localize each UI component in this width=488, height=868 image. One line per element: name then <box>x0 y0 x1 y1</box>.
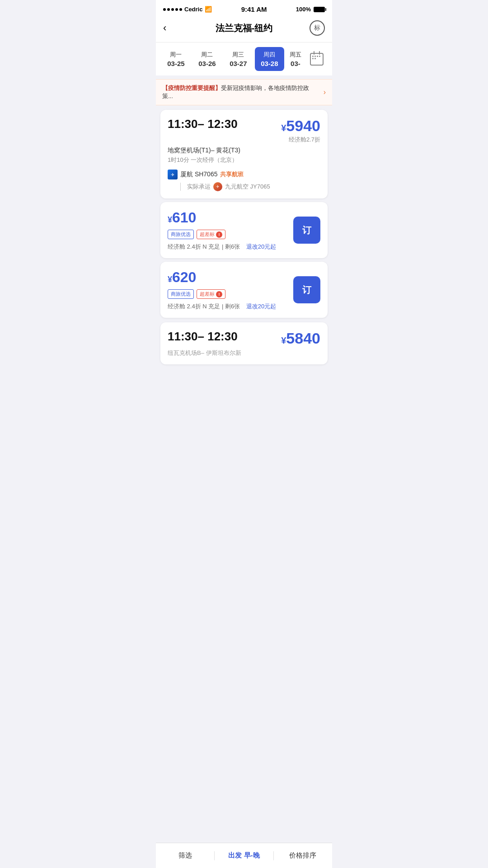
ticket-price-symbol-1: ¥ <box>168 215 172 224</box>
weekday-label: 周二 <box>194 51 220 59</box>
refund-link-2[interactable]: 退改20元起 <box>246 303 276 310</box>
date-label: 03- <box>288 60 303 67</box>
wifi-icon: 📶 <box>205 6 212 13</box>
airline-logo: ✈ <box>168 170 178 179</box>
carrier-name: Cedric <box>184 6 202 13</box>
flight-header-2: 11:30– 12:30 ¥5840 <box>168 330 320 347</box>
ticket-left-1: ¥610 商旅优选 超差标 ! 经济舱 2.4折 N 充足 | 剩6张 退改20… <box>168 209 288 251</box>
sub-airline-logo-icon: ✈ <box>216 184 220 189</box>
bottom-bar: 筛选 出发 早-晚 价格排序 <box>156 843 332 868</box>
flight-airline: ✈ 厦航 SH7065 共享航班 <box>168 170 320 179</box>
signal-bars <box>163 8 182 11</box>
tag-over-budget-1: 超差标 ! <box>197 230 225 239</box>
weekday-label: 周一 <box>163 51 189 59</box>
sub-line <box>180 183 181 191</box>
weekday-label: 周三 <box>225 51 251 59</box>
date-tab-friday[interactable]: 周五 03- <box>286 47 305 71</box>
calendar-icon <box>310 53 324 66</box>
date-label: 03-28 <box>257 60 282 67</box>
calendar-button[interactable] <box>307 49 327 69</box>
ticket-price-1: 610 <box>172 209 196 226</box>
warning-icon-2: ! <box>216 291 222 297</box>
tag-over-budget-2: 超差标 ! <box>197 289 225 299</box>
flight-time: 11:30– 12:30 <box>168 117 238 131</box>
warning-icon-1: ! <box>216 231 222 238</box>
battery-percentage: 100% <box>296 6 311 13</box>
sub-label: 实际承运 <box>187 183 211 191</box>
ticket-left-2: ¥620 商旅优选 超差标 ! 经济舱 2.4折 N 充足 | 剩6张 退改20… <box>168 269 288 311</box>
sub-airline: 实际承运 ✈ 九元航空 JY7065 <box>180 182 320 191</box>
date-tab-tuesday[interactable]: 周二 03-26 <box>192 47 222 71</box>
tag-business-travel-1: 商旅优选 <box>168 230 194 239</box>
date-tab-thursday[interactable]: 周四 03-28 <box>255 47 284 71</box>
weekday-label: 周五 <box>288 51 303 59</box>
price-subtitle: 经济舱2.7折 <box>281 136 320 144</box>
price-symbol-2: ¥ <box>281 335 286 345</box>
ticket-option-1: ¥610 商旅优选 超差标 ! 经济舱 2.4折 N 充足 | 剩6张 退改20… <box>160 202 328 258</box>
shared-badge: 共享航班 <box>220 170 244 179</box>
price-symbol: ¥ <box>281 123 286 133</box>
notice-text: 【疫情防控重要提醒】受新冠疫情影响，各地疫情防控政策... <box>162 84 320 100</box>
date-tabs: 周一 03-25 周二 03-26 周三 03-27 周四 03-28 周五 0… <box>156 42 332 75</box>
tag-business-travel-2: 商旅优选 <box>168 289 194 299</box>
battery-icon <box>314 7 325 12</box>
flight-time-2: 11:30– 12:30 <box>168 330 238 344</box>
flight-card-2: 11:30– 12:30 ¥5840 纽瓦克机场B– 伊斯坦布尔新 <box>160 322 328 364</box>
status-right: 100% <box>296 6 325 13</box>
refund-link-1[interactable]: 退改20元起 <box>246 243 276 250</box>
ticket-detail-text-1: 经济舱 2.4折 N 充足 | 剩6张 <box>168 243 240 250</box>
ticket-price-display-1: ¥610 <box>168 209 288 226</box>
ticket-detail-text-2: 经济舱 2.4折 N 充足 | 剩6张 <box>168 303 240 310</box>
status-time: 9:41 AM <box>241 5 267 13</box>
airline-logo-icon: ✈ <box>171 172 174 177</box>
ticket-tags-1: 商旅优选 超差标 ! <box>168 230 288 239</box>
flight-price: ¥5940 经济舱2.7折 <box>281 117 320 144</box>
status-left: Cedric 📶 <box>163 6 212 13</box>
price-sort-tab[interactable]: 价格排序 <box>274 847 332 864</box>
notice-arrow-icon: › <box>324 88 326 96</box>
flight-price-2: ¥5840 <box>281 330 320 347</box>
flight-duration: 1时10分 一次经停（北京） <box>168 156 320 164</box>
ticket-price-symbol-2: ¥ <box>168 275 172 284</box>
ticket-option-2: ¥620 商旅优选 超差标 ! 经济舱 2.4折 N 充足 | 剩6张 退改20… <box>160 262 328 318</box>
date-label: 03-27 <box>225 60 251 67</box>
date-tab-monday[interactable]: 周一 03-25 <box>161 47 191 71</box>
flight-header: 11:30– 12:30 ¥5940 经济舱2.7折 <box>168 117 320 144</box>
notice-prefix: 【疫情防控重要提醒】 <box>162 85 221 91</box>
flight-route: 地窝堡机场(T1)– 黄花(T3) <box>168 146 320 155</box>
ticket-price-display-2: ¥620 <box>168 269 288 286</box>
date-label: 03-25 <box>163 60 189 67</box>
status-bar: Cedric 📶 9:41 AM 100% <box>156 0 332 16</box>
sort-tab[interactable]: 出发 早-晚 <box>215 847 273 864</box>
price-value-2: 5840 <box>286 330 320 347</box>
ticket-detail-1: 经济舱 2.4折 N 充足 | 剩6张 退改20元起 <box>168 243 288 251</box>
notice-banner[interactable]: 【疫情防控重要提醒】受新冠疫情影响，各地疫情防控政策... › <box>156 79 332 105</box>
ticket-detail-2: 经济舱 2.4折 N 充足 | 剩6张 退改20元起 <box>168 302 288 311</box>
price-value: 5940 <box>286 117 320 134</box>
nav-right: 标 <box>307 20 325 36</box>
sub-airline-left <box>180 183 184 191</box>
date-tab-wednesday[interactable]: 周三 03-27 <box>224 47 253 71</box>
price-display: ¥5940 <box>281 117 320 135</box>
sub-airline-logo: ✈ <box>213 182 222 191</box>
flight-card-1: 11:30– 12:30 ¥5940 经济舱2.7折 地窝堡机场(T1)– 黄花… <box>160 110 328 198</box>
page-title: 法兰克福-纽约 <box>181 22 307 34</box>
mark-button[interactable]: 标 <box>310 20 325 36</box>
flight2-route-sub: 纽瓦克机场B– 伊斯坦布尔新 <box>168 349 320 357</box>
sub-airline-name: 九元航空 JY7065 <box>225 183 270 191</box>
back-button[interactable]: ‹ <box>163 22 181 34</box>
ticket-tags-2: 商旅优选 超差标 ! <box>168 289 288 299</box>
book-button-1[interactable]: 订 <box>293 217 320 244</box>
filter-tab[interactable]: 筛选 <box>156 847 214 864</box>
weekday-label: 周四 <box>257 51 282 59</box>
date-label: 03-26 <box>194 60 220 67</box>
ticket-price-2: 620 <box>172 269 196 285</box>
book-button-2[interactable]: 订 <box>293 276 320 303</box>
airline-name: 厦航 SH7065 <box>180 170 217 179</box>
nav-bar: ‹ 法兰克福-纽约 标 <box>156 16 332 42</box>
